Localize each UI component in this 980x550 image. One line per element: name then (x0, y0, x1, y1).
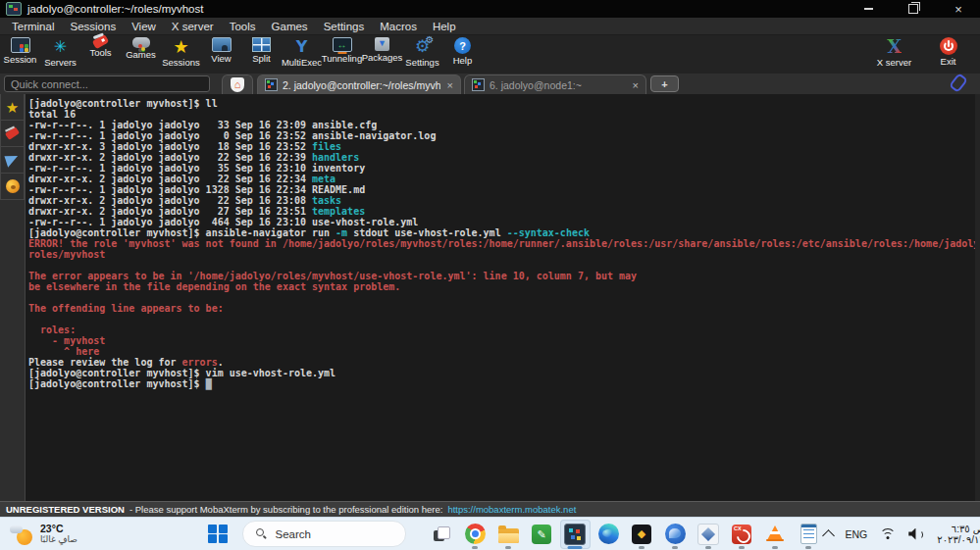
taskbar-app-file-explorer[interactable] (493, 520, 524, 549)
toolbar-label: Session (4, 54, 37, 65)
toolbar-split[interactable]: Split (241, 37, 282, 68)
toolbar-tunneling[interactable]: Tunneling (322, 37, 362, 68)
toolbar-tools[interactable]: Tools (80, 37, 121, 68)
weather-widget[interactable]: 23°C صافٍ غالبًا (10, 523, 137, 546)
toolbar-label: Exit (941, 56, 956, 67)
taskbar-app-thunderbird[interactable] (660, 520, 691, 549)
toolbar-sessions[interactable]: Sessions (161, 37, 201, 68)
running-indicator (805, 546, 811, 549)
toolbar-label: Tunneling (322, 53, 362, 64)
terminal-line: drwxr-xr-x. 2 jadolyo jadolyo 27 Sep 16 … (28, 206, 976, 217)
taskbar-app-cx-app[interactable] (727, 520, 757, 549)
toolbar-help[interactable]: Help (442, 37, 483, 68)
taskbar-app-mobaxterm[interactable] (560, 520, 591, 549)
window-controls: × (860, 2, 974, 16)
tab-close-icon[interactable]: × (633, 79, 639, 91)
taskbar-search[interactable]: Search (242, 521, 406, 547)
packages-icon (375, 37, 389, 51)
sidebar-knife-button[interactable] (0, 121, 25, 147)
menu-item-settings[interactable]: Settings (316, 21, 373, 32)
unregistered-label: UNREGISTERED VERSION (6, 504, 125, 515)
taskbar-app-edge[interactable] (593, 520, 624, 549)
close-button[interactable]: × (951, 2, 966, 16)
taskbar-app-notepad[interactable] (794, 520, 824, 549)
tab-close-icon[interactable]: × (447, 79, 453, 91)
toolbar: SessionServersToolsGamesSessionsViewSpli… (0, 35, 980, 74)
window-title: jadolyo@controller:~/roles/myvhost (27, 3, 203, 15)
binance-icon (632, 525, 651, 544)
menubar: TerminalSessionsViewX serverToolsGamesSe… (0, 18, 980, 35)
minimize-button[interactable] (860, 2, 876, 16)
taskbar-center: Search (208, 520, 824, 549)
home-tab-button[interactable] (222, 75, 253, 94)
taskbar-app-chrome[interactable] (460, 520, 490, 549)
taskbar-clock[interactable]: ٦:٣٥ ص ٢٠٢٣/٠٩/١٧ (937, 524, 980, 545)
toolbar-right-group: X serverExit (874, 37, 980, 68)
menu-item-terminal[interactable]: Terminal (4, 21, 62, 32)
toolbar-packages[interactable]: Packages (362, 37, 402, 68)
mobatek-link[interactable]: https://mobaxterm.mobatek.net (447, 504, 576, 515)
terminal[interactable]: [jadolyo@controller myvhost]$ lltotal 16… (26, 94, 980, 501)
toolbar-label: Tools (89, 47, 111, 58)
toolbar-multiexec[interactable]: MultiExec (282, 37, 322, 68)
toolbar-servers[interactable]: Servers (40, 37, 80, 68)
taskbar-app-task-view[interactable] (427, 520, 457, 549)
toolbar-label: Sessions (162, 57, 200, 68)
sidebar-globe-button[interactable] (0, 174, 25, 200)
taskbar-app-binance[interactable] (627, 520, 657, 549)
taskbar-app-virtualbox[interactable] (694, 520, 724, 549)
paperclip-icon[interactable] (949, 73, 968, 93)
menu-item-view[interactable]: View (124, 21, 164, 32)
running-indicator (639, 546, 645, 549)
toolbar-label: Packages (362, 52, 403, 63)
weather-text: 23°C صافٍ غالبًا (40, 524, 77, 545)
menu-item-games[interactable]: Games (264, 21, 316, 32)
tab-label: 6. jadolyo@node1:~ (490, 79, 626, 91)
sidebar-star-button[interactable] (0, 94, 25, 121)
terminal-line: [jadolyo@controller myvhost]$ ansible-na… (28, 227, 976, 238)
menu-item-help[interactable]: Help (425, 21, 464, 32)
taskbar-app-notes-app[interactable] (527, 520, 557, 549)
toolbar-view[interactable]: View (201, 37, 241, 68)
tray-chevron-icon[interactable] (822, 529, 835, 542)
session-icon (11, 37, 30, 53)
terminal-line: drwxr-xr-x. 3 jadolyo jadolyo 18 Sep 16 … (28, 141, 976, 152)
toolbar-session[interactable]: Session (0, 37, 40, 68)
terminal-line: drwxr-xr-x. 2 jadolyo jadolyo 22 Sep 16 … (28, 174, 976, 184)
language-indicator[interactable]: ENG (846, 528, 868, 540)
terminal-cursor: █ (206, 378, 212, 389)
paper-plane-icon (4, 152, 20, 167)
session-tab-2[interactable]: 6. jadolyo@node1:~× (464, 75, 646, 94)
quick-connect-input[interactable] (4, 75, 210, 92)
weather-desc: صافٍ غالبًا (40, 534, 77, 545)
terminal-line: -rw-r--r--. 1 jadolyo jadolyo 1328 Sep 1… (28, 184, 976, 195)
terminal-tab-icon (472, 78, 485, 91)
running-indicator (472, 546, 478, 549)
session-tab-1[interactable]: 2. jadolyo@controller:~/roles/myvho× (257, 75, 461, 94)
wifi-icon[interactable] (880, 528, 896, 539)
start-button[interactable] (208, 525, 228, 544)
menu-item-sessions[interactable]: Sessions (62, 21, 124, 32)
clock-time: ٦:٣٥ (952, 524, 970, 534)
toolbar-exit[interactable]: Exit (928, 37, 968, 68)
sidebar-paper-plane-button[interactable] (0, 147, 25, 174)
menu-item-x-server[interactable]: X server (164, 21, 222, 32)
toolbar-label: Split (252, 53, 270, 64)
terminal-line: be elsewhere in the file depending on th… (28, 281, 976, 292)
menu-item-macros[interactable]: Macros (372, 21, 425, 32)
thunderbird-icon (665, 524, 686, 544)
toolbar-settings[interactable]: Settings (402, 37, 442, 68)
menu-item-tools[interactable]: Tools (222, 21, 264, 32)
terminal-line: -rw-r--r--. 1 jadolyo jadolyo 35 Sep 16 … (28, 163, 976, 174)
taskbar-app-vlc[interactable] (760, 520, 791, 549)
edge-icon (598, 524, 619, 544)
toolbar-x-server[interactable]: X server (874, 37, 914, 68)
terminal-line: [jadolyo@controller myvhost]$ ll (28, 98, 976, 109)
toolbar-games[interactable]: Games (121, 37, 161, 68)
terminal-line: [jadolyo@controller myvhost]$ █ (28, 378, 976, 389)
terminal-line: drwxr-xr-x. 2 jadolyo jadolyo 22 Sep 16 … (28, 195, 976, 206)
maximize-button[interactable] (905, 2, 921, 16)
volume-icon[interactable] (908, 528, 924, 540)
new-tab-button[interactable]: + (650, 75, 679, 92)
terminal-line (28, 314, 976, 325)
